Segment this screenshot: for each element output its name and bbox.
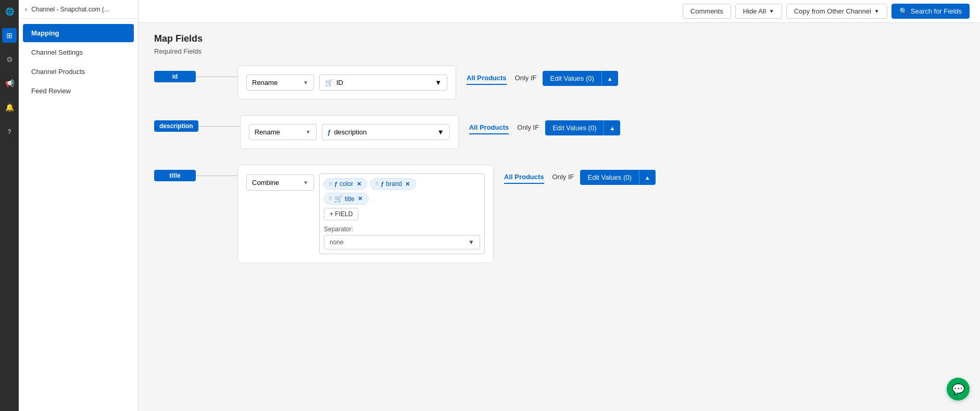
tab-all-products-title[interactable]: All Products [504, 171, 544, 184]
sidebar-item-channel-settings[interactable]: Channel Settings [23, 43, 134, 61]
edit-values-btn-group-description: Edit Values (0) ▲ [545, 120, 620, 135]
field-row-id: id Rename ▼ 🛒 ID ▼ [154, 66, 964, 99]
search-fields-button[interactable]: 🔍 Search for Fields [891, 4, 970, 19]
sidebar-nav: Mapping Channel Settings Channel Product… [19, 19, 138, 105]
tag-name-color: color [340, 180, 353, 188]
field-connector-title [196, 176, 237, 176]
add-field-button[interactable]: + FIELD [324, 208, 358, 220]
transform-chevron-title: ▼ [303, 180, 308, 185]
func-icon-description: ƒ [328, 129, 331, 136]
bell-icon[interactable]: 🔔 [2, 100, 17, 115]
transform-select-description[interactable]: Rename ▼ [249, 124, 317, 140]
hide-all-button[interactable]: Hide All ▼ [735, 4, 782, 19]
help-icon[interactable]: ? [2, 124, 17, 139]
value-chevron-id: ▼ [435, 79, 442, 86]
globe-icon[interactable]: 🌐 [2, 4, 17, 19]
remove-title-button[interactable]: ✕ [357, 195, 364, 203]
comments-button[interactable]: Comments [683, 4, 731, 19]
field-controls-id: All Products Only IF Edit Values (0) ▲ [467, 71, 618, 86]
copy-from-label: Copy from Other Channel [794, 7, 871, 15]
cart-icon-id: 🛒 [325, 79, 333, 86]
edit-values-btn-group-title: Edit Values (0) ▲ [580, 170, 655, 185]
tags-row-title-2: ⠿ 🛒 title ✕ [324, 193, 480, 205]
tab-all-products-description[interactable]: All Products [469, 121, 509, 134]
search-fields-label: Search for Fields [911, 7, 962, 15]
value-select-description[interactable]: ƒ description ▼ [322, 124, 450, 140]
edit-values-expand-title[interactable]: ▲ [639, 170, 656, 185]
tags-row-title: ⠿ ƒ color ✕ ⠿ ƒ brand ✕ [324, 178, 480, 190]
combine-tags-box-title: ⠿ ƒ color ✕ ⠿ ƒ brand ✕ [319, 173, 485, 254]
sidebar-item-mapping[interactable]: Mapping [23, 24, 134, 42]
tab-only-if-id[interactable]: Only IF [515, 72, 537, 85]
field-controls-description: All Products Only IF Edit Values (0) ▲ [469, 120, 621, 135]
topbar: Comments Hide All ▼ Copy from Other Chan… [139, 0, 980, 23]
field-row-title: title Combine ▼ ⠿ ƒ color [154, 165, 964, 263]
remove-brand-button[interactable]: ✕ [404, 180, 411, 188]
copy-from-channel-button[interactable]: Copy from Other Channel ▼ [786, 4, 887, 19]
transform-chevron-id: ▼ [303, 80, 308, 85]
hide-all-chevron-icon: ▼ [769, 8, 774, 14]
field-row-description: description Rename ▼ ƒ description ▼ [154, 115, 964, 149]
comments-label: Comments [690, 7, 723, 15]
sidebar-item-feed-review[interactable]: Feed Review [23, 82, 134, 100]
field-mapping-row-title: Combine ▼ ⠿ ƒ color ✕ ⠿ [246, 173, 485, 254]
tab-all-products-id[interactable]: All Products [467, 72, 507, 85]
box-icon[interactable]: ⊞ [2, 28, 17, 43]
field-mapping-row-description: Rename ▼ ƒ description ▼ [249, 124, 450, 140]
field-mapping-row-id: Rename ▼ 🛒 ID ▼ [246, 74, 447, 91]
hide-all-label: Hide All [743, 7, 766, 15]
gear-icon[interactable]: ⚙ [2, 52, 17, 67]
tag-color: ⠿ ƒ color ✕ [324, 178, 367, 190]
field-mapping-box-id: Rename ▼ 🛒 ID ▼ [237, 66, 456, 99]
separator-chevron-icon: ▼ [468, 239, 474, 246]
tag-brand: ⠿ ƒ brand ✕ [370, 178, 416, 190]
drag-handle-title[interactable]: ⠿ [329, 196, 332, 202]
separator-row: Separator: none ▼ [324, 226, 480, 250]
transform-select-title[interactable]: Combine ▼ [246, 175, 314, 191]
edit-values-button-title[interactable]: Edit Values (0) [580, 170, 638, 185]
edit-values-expand-id[interactable]: ▲ [601, 71, 618, 86]
search-icon: 🔍 [899, 7, 908, 15]
megaphone-icon[interactable]: 📢 [2, 76, 17, 91]
field-mapping-box-description: Rename ▼ ƒ description ▼ [240, 115, 459, 149]
tab-only-if-description[interactable]: Only IF [517, 121, 539, 134]
tab-group-description: All Products Only IF [469, 121, 539, 134]
chat-bubble[interactable]: 💬 [947, 378, 970, 401]
func-icon-color: ƒ [334, 181, 337, 187]
drag-handle-brand[interactable]: ⠿ [375, 181, 379, 187]
tab-group-title: All Products Only IF [504, 171, 574, 184]
sidebar-header[interactable]: ‹ Channel - Snapchat.com (... [19, 0, 138, 19]
tab-group-id: All Products Only IF [467, 72, 536, 85]
edit-values-btn-group-id: Edit Values (0) ▲ [543, 71, 618, 86]
edit-values-button-id[interactable]: Edit Values (0) [543, 71, 601, 86]
field-controls-title: All Products Only IF Edit Values (0) ▲ [504, 170, 656, 185]
content-area: Map Fields Required Fields id Rename ▼ 🛒 [139, 23, 980, 411]
transform-select-id[interactable]: Rename ▼ [246, 74, 314, 91]
section-label: Required Fields [154, 47, 964, 55]
tag-name-title: title [345, 195, 355, 203]
icon-bar: 🌐 ⊞ ⚙ 📢 🔔 ? [0, 0, 19, 411]
remove-color-button[interactable]: ✕ [355, 180, 362, 188]
field-connector-id [196, 77, 237, 77]
field-mapping-box-title: Combine ▼ ⠿ ƒ color ✕ ⠿ [237, 165, 494, 263]
main-content: Comments Hide All ▼ Copy from Other Chan… [139, 0, 980, 411]
field-badge-id: id [154, 71, 196, 82]
edit-values-button-description[interactable]: Edit Values (0) [545, 120, 604, 135]
transform-chevron-description: ▼ [306, 129, 311, 135]
value-select-id[interactable]: 🛒 ID ▼ [319, 74, 447, 91]
sidebar: ‹ Channel - Snapchat.com (... Mapping Ch… [19, 0, 139, 411]
separator-select[interactable]: none ▼ [324, 235, 480, 250]
tab-only-if-title[interactable]: Only IF [552, 171, 574, 184]
copy-from-chevron-icon: ▼ [874, 8, 880, 14]
field-connector-description [198, 126, 240, 127]
sidebar-item-channel-products[interactable]: Channel Products [23, 63, 134, 81]
back-icon: ‹ [25, 5, 27, 13]
chat-icon: 💬 [952, 383, 965, 395]
value-chevron-description: ▼ [437, 128, 444, 136]
drag-handle-color[interactable]: ⠿ [329, 181, 332, 187]
page-title: Map Fields [154, 33, 964, 44]
sidebar-channel-name: Channel - Snapchat.com (... [31, 6, 109, 13]
cart-icon-title-tag: 🛒 [334, 195, 343, 203]
edit-values-expand-description[interactable]: ▲ [604, 120, 620, 135]
separator-label: Separator: [324, 226, 480, 233]
